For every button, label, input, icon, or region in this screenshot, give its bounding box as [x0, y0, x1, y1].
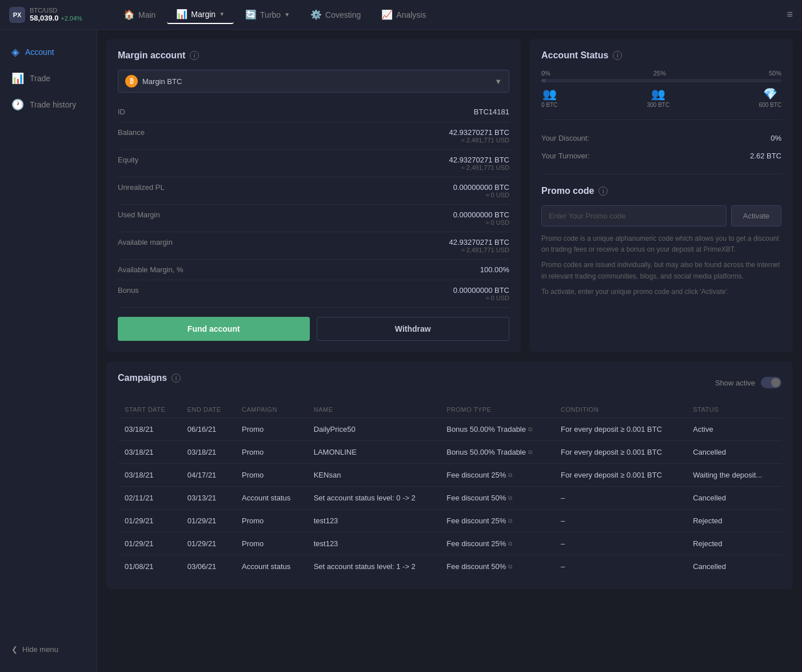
cell-name: DailyPrice50: [307, 418, 440, 441]
status-bar-container: 0% 25% 50% 👥 0 BTC 👥 3: [541, 70, 781, 108]
equity-row: Equity 42.93270271 BTC ≈ 2,491,771 USD: [118, 150, 509, 177]
avail-margin-label: Available margin: [118, 238, 173, 246]
status-bar-track: [541, 79, 781, 82]
external-link-icon[interactable]: ⧉: [508, 563, 512, 570]
table-row: 03/18/21 04/17/21 Promo KENsan Fee disco…: [118, 464, 781, 487]
show-active-toggle[interactable]: [761, 377, 781, 388]
ticker-price: 58,039.0: [30, 14, 59, 22]
campaigns-info-icon[interactable]: i: [171, 373, 181, 383]
top-panels: Margin account i ₿ Margin BTC ▼ ID BTC14…: [106, 39, 793, 352]
unrealized-label: Unrealized PL: [118, 183, 165, 192]
nav-item-main[interactable]: 🏠 Main: [114, 6, 165, 23]
cell-condition: For every deposit ≥ 0.001 BTC: [554, 441, 686, 464]
sidebar-item-account[interactable]: ◈ Account: [0, 39, 97, 65]
chevron-down-icon: ▼: [494, 77, 502, 86]
activate-button[interactable]: Activate: [731, 205, 781, 226]
external-link-icon[interactable]: ⧉: [528, 426, 532, 433]
external-link-icon[interactable]: ⧉: [528, 449, 532, 456]
nav-item-analysis[interactable]: 📈 Analysis: [372, 6, 435, 23]
external-link-icon[interactable]: ⧉: [508, 518, 512, 524]
nav-item-turbo[interactable]: 🔄 Turbo ▼: [236, 6, 299, 23]
avail-margin-btc: 42.93270271 BTC: [449, 238, 509, 246]
menu-button[interactable]: ≡: [787, 9, 793, 21]
cell-campaign: Promo: [235, 532, 307, 555]
cell-start-date: 03/18/21: [118, 418, 181, 441]
cell-start-date: 01/08/21: [118, 555, 181, 578]
level-25-pct: 25%: [653, 70, 666, 77]
cell-promo-type: Bonus 50.00% Tradable ⧉: [440, 441, 554, 464]
promo-desc-3: To activate, enter your unique promo cod…: [541, 287, 781, 297]
cell-condition: –: [554, 532, 686, 555]
cell-status: Cancelled: [686, 487, 781, 510]
external-link-icon[interactable]: ⧉: [508, 495, 512, 502]
avail-margin-pct-row: Available Margin, % 100.00%: [118, 260, 509, 280]
fund-account-button[interactable]: Fund account: [118, 317, 310, 341]
nav-label-analysis: Analysis: [396, 10, 426, 19]
cell-status: Rejected: [686, 510, 781, 532]
chevron-down-icon-turbo: ▼: [284, 11, 290, 18]
promo-info-icon[interactable]: i: [598, 186, 608, 196]
cell-campaign: Promo: [235, 418, 307, 441]
account-id-row: ID BTC14181: [118, 102, 509, 122]
account-icon: ◈: [11, 46, 19, 58]
cell-end-date: 06/16/21: [181, 418, 235, 441]
table-row: 01/08/21 03/06/21 Account status Set acc…: [118, 555, 781, 578]
withdraw-button[interactable]: Withdraw: [317, 317, 510, 341]
campaigns-table: Start date End date Campaign Name Promo …: [118, 401, 781, 578]
trade-icon: 📊: [11, 72, 24, 85]
sidebar: ◈ Account 📊 Trade 🕐 Trade history ❮ Hide…: [0, 30, 97, 672]
sidebar-item-trade-history[interactable]: 🕐 Trade history: [0, 92, 97, 118]
campaigns-panel: Campaigns i Show active Start date End d…: [106, 361, 793, 589]
id-label: ID: [118, 108, 125, 116]
account-buttons: Fund account Withdraw: [118, 317, 509, 341]
sidebar-label-trade-history: Trade history: [30, 100, 76, 109]
cell-promo-type: Fee discount 50% ⧉: [440, 487, 554, 510]
nav-item-margin[interactable]: 📊 Margin ▼: [167, 5, 234, 24]
external-link-icon[interactable]: ⧉: [508, 540, 512, 547]
col-campaign: Campaign: [235, 401, 307, 418]
cell-start-date: 01/29/21: [118, 532, 181, 555]
nav-label-main: Main: [138, 10, 155, 19]
nav-label-margin: Margin: [191, 10, 216, 19]
logo-area: PX BTC/USD 58,039.0 +2.04%: [9, 7, 101, 23]
cell-end-date: 03/06/21: [181, 555, 235, 578]
main-content: Margin account i ₿ Margin BTC ▼ ID BTC14…: [97, 30, 802, 672]
balance-usd: ≈ 2,491,771 USD: [449, 137, 509, 144]
status-divider: [541, 120, 781, 120]
dropdown-label: Margin BTC: [142, 77, 182, 86]
sidebar-item-trade[interactable]: 📊 Trade: [0, 65, 97, 92]
table-row: 01/29/21 01/29/21 Promo test123 Fee disc…: [118, 510, 781, 532]
unrealized-row: Unrealized PL 0.00000000 BTC ≈ 0 USD: [118, 177, 509, 205]
nav-item-covesting[interactable]: ⚙️ Covesting: [301, 6, 370, 23]
cell-status: Cancelled: [686, 555, 781, 578]
table-row: 03/18/21 03/18/21 Promo LAMONLINE Bonus …: [118, 441, 781, 464]
balance-label: Balance: [118, 128, 145, 137]
cell-promo-type: Bonus 50.00% Tradable ⧉: [440, 418, 554, 441]
col-condition: Condition: [554, 401, 686, 418]
used-margin-btc: 0.00000000 BTC: [453, 210, 509, 219]
nav-items: 🏠 Main 📊 Margin ▼ 🔄 Turbo ▼ ⚙️ Covesting…: [101, 5, 787, 24]
cell-promo-type: Fee discount 25% ⧉: [440, 532, 554, 555]
used-margin-usd: ≈ 0 USD: [453, 219, 509, 226]
covesting-icon: ⚙️: [310, 9, 322, 20]
cell-promo-type: Fee discount 50% ⧉: [440, 555, 554, 578]
hide-menu-button[interactable]: ❮ Hide menu: [0, 636, 97, 663]
account-dropdown[interactable]: ₿ Margin BTC ▼: [118, 70, 509, 93]
bonus-label: Bonus: [118, 286, 139, 295]
cell-campaign: Account status: [235, 487, 307, 510]
cell-condition: –: [554, 487, 686, 510]
cell-name: test123: [307, 510, 440, 532]
status-bar-labels: 0% 25% 50%: [541, 70, 781, 77]
history-icon: 🕐: [11, 98, 24, 111]
external-link-icon[interactable]: ⧉: [508, 472, 512, 479]
promo-desc-2: Promo codes are issued individually, but…: [541, 260, 781, 281]
cell-status: Waiting the deposit...: [686, 464, 781, 487]
account-status-info-icon[interactable]: i: [613, 51, 622, 60]
ticker-info: BTC/USD 58,039.0 +2.04%: [30, 7, 82, 22]
avail-margin-pct-label: Available Margin, %: [118, 265, 183, 274]
margin-account-info-icon[interactable]: i: [190, 51, 199, 60]
level-0-pct: 0%: [541, 70, 550, 77]
btc-icon: ₿: [125, 75, 138, 88]
status-icons-row: 👥 0 BTC 👥 300 BTC 💎 600 BTC: [541, 87, 781, 108]
promo-input[interactable]: [541, 205, 727, 226]
